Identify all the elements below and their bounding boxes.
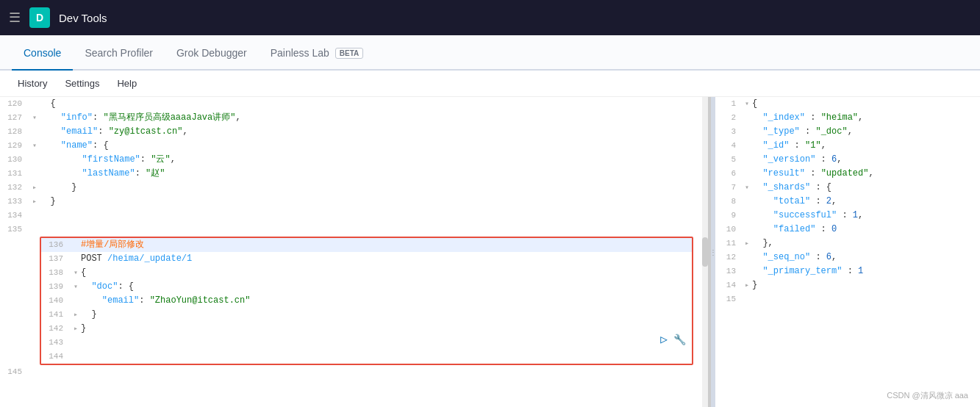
menu-icon[interactable]: ☰ xyxy=(9,10,21,26)
code-area[interactable]: 120 { 127 ▾ "info": "黑马程序员高级aaaaJava讲师",… xyxy=(0,97,708,407)
table-row: 14 ▸ } xyxy=(715,278,980,292)
table-row: 3 "_type" : "_doc", xyxy=(715,125,980,139)
table-row: 128 "email": "zy@itcast.cn", xyxy=(0,125,708,139)
table-row: 120 { xyxy=(0,97,708,111)
table-row: 9 "successful" : 1, xyxy=(715,209,980,223)
app-title: Dev Tools xyxy=(59,12,107,24)
table-row: 10 "failed" : 0 xyxy=(715,223,980,237)
table-row: 141 ▸ } xyxy=(41,308,692,322)
tab-painless-lab[interactable]: Painless Lab BETA xyxy=(259,37,376,71)
secondary-nav: History Settings Help xyxy=(0,71,980,97)
table-row: 144 xyxy=(41,350,692,364)
table-row: 7 ▾ "_shards" : { xyxy=(715,181,980,195)
table-row: 135 xyxy=(0,223,708,237)
table-row: 143 xyxy=(41,336,692,350)
table-row: 136 #增量/局部修改 xyxy=(41,238,692,252)
table-row: 12 "_seq_no" : 6, xyxy=(715,251,980,264)
table-row: 138 ▾ { xyxy=(41,266,692,280)
table-row: 15 xyxy=(715,292,980,306)
table-row: 8 "total" : 2, xyxy=(715,195,980,209)
run-icon[interactable]: ▷ xyxy=(660,334,668,347)
nav-history[interactable]: History xyxy=(12,75,53,92)
table-row: 4 "_id" : "1", xyxy=(715,139,980,153)
table-row: 13 "_primary_term" : 1 xyxy=(715,264,980,278)
tab-search-profiler[interactable]: Search Profiler xyxy=(73,37,165,71)
tab-bar: Console Search Profiler Grok Debugger Pa… xyxy=(0,35,980,71)
table-row: 134 xyxy=(0,209,708,223)
nav-help[interactable]: Help xyxy=(111,75,143,92)
top-bar: ☰ D Dev Tools xyxy=(0,0,980,35)
table-row: 130 "firstName": "云", xyxy=(0,153,708,167)
table-row: 133 ▸ } xyxy=(0,195,708,209)
table-row: 142 ▸ } xyxy=(41,322,692,336)
result-panel: 1 ▾ { 2 "_index" : "heima", 3 "_type" : … xyxy=(715,97,980,407)
wrench-icon[interactable]: 🔧 xyxy=(673,334,686,347)
table-row: 137 POST /heima/_update/1 xyxy=(41,252,692,266)
table-row: 11 ▸ }, xyxy=(715,237,980,251)
editor-panel: 120 { 127 ▾ "info": "黑马程序员高级aaaaJava讲师",… xyxy=(0,97,711,407)
table-row: 2 "_index" : "heima", xyxy=(715,111,980,125)
watermark: CSDN @清风微凉 aaa xyxy=(887,390,968,401)
beta-badge: BETA xyxy=(335,48,363,59)
table-row: 5 "_version" : 6, xyxy=(715,153,980,167)
table-row: 129 ▾ "name": { xyxy=(0,139,708,153)
table-row: 131 "lastName": "赵" xyxy=(0,167,708,181)
table-row: 132 ▸ } xyxy=(0,181,708,195)
table-row: 1 ▾ { xyxy=(715,97,980,111)
table-row: 140 "email": "ZhaoYun@itcast.cn" xyxy=(41,294,692,308)
table-row: 6 "result" : "updated", xyxy=(715,167,980,181)
table-row: 127 ▾ "info": "黑马程序员高级aaaaJava讲师", xyxy=(0,111,708,125)
tab-grok-debugger[interactable]: Grok Debugger xyxy=(165,37,259,71)
table-row: 139 ▾ "doc": { xyxy=(41,280,692,294)
nav-settings[interactable]: Settings xyxy=(59,75,105,92)
app-icon: D xyxy=(29,7,50,28)
main-content: 120 { 127 ▾ "info": "黑马程序员高级aaaaJava讲师",… xyxy=(0,97,980,407)
tab-console[interactable]: Console xyxy=(12,37,73,71)
table-row: 145 xyxy=(0,365,708,379)
